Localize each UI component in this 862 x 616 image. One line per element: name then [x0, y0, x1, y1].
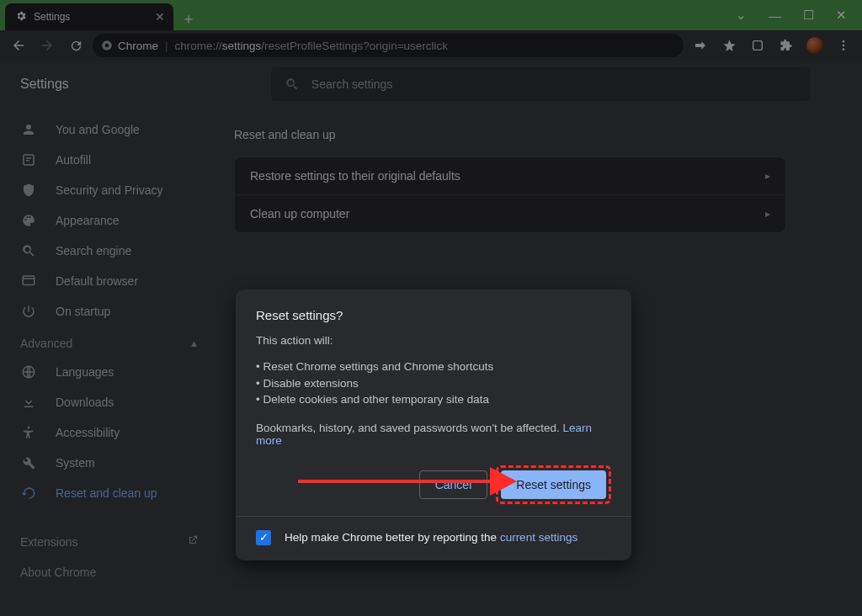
palette-icon	[20, 213, 37, 228]
sidebar-item-label: Search engine	[56, 244, 131, 258]
wrench-icon	[20, 455, 37, 470]
restore-icon	[20, 486, 37, 501]
svg-point-4	[843, 45, 845, 47]
reset-settings-button[interactable]: Reset settings	[501, 470, 606, 499]
svg-rect-7	[23, 276, 35, 285]
svg-point-3	[843, 40, 845, 43]
bookmark-star-icon[interactable]	[717, 34, 741, 57]
sidebar-item-label: Appearance	[56, 214, 120, 227]
clean-up-computer-row[interactable]: Clean up computer ▸	[235, 194, 785, 232]
window-titlebar: Settings ✕ ＋ ⌄ — ☐ ✕	[0, 0, 862, 30]
sidebar-item-label: Autofill	[56, 153, 91, 167]
sidebar-item-reset-cleanup[interactable]: Reset and clean up	[0, 478, 216, 508]
sidebar-item-label: You and Google	[56, 123, 140, 136]
chevron-up-icon: ▲	[189, 338, 199, 348]
sidebar-item-label: System	[56, 456, 95, 470]
sidebar-item-label: Reset and clean up	[56, 486, 157, 500]
sidebar-item-label: About Chrome	[20, 566, 96, 579]
svg-point-9	[28, 427, 30, 429]
open-external-icon	[187, 534, 199, 549]
dialog-bullet: • Reset Chrome settings and Chrome short…	[256, 358, 611, 375]
browser-tab[interactable]: Settings ✕	[5, 3, 173, 30]
sidebar-item-languages[interactable]: Languages	[0, 357, 216, 387]
sidebar-item-label: On startup	[56, 305, 110, 318]
power-icon	[20, 304, 37, 319]
row-label: Clean up computer	[250, 207, 349, 220]
sidebar-item-label: Extensions	[20, 535, 77, 549]
reset-settings-dialog: Reset settings? This action will: • Rese…	[236, 289, 631, 560]
dialog-title: Reset settings?	[256, 308, 611, 322]
download-icon	[20, 395, 37, 410]
consent-checkbox[interactable]: ✓	[256, 530, 271, 545]
shield-icon	[20, 183, 37, 198]
minimize-icon[interactable]: —	[769, 8, 781, 23]
annotation-highlight: Reset settings	[496, 465, 611, 504]
sidebar-item-search-engine[interactable]: Search engine	[0, 236, 216, 266]
share-icon[interactable]	[689, 34, 712, 57]
sidebar-extensions[interactable]: Extensions	[0, 526, 216, 557]
row-label: Restore settings to their original defau…	[250, 169, 460, 183]
close-tab-icon[interactable]: ✕	[155, 10, 165, 24]
sidebar-item-label: Downloads	[56, 396, 114, 409]
current-settings-link[interactable]: current settings	[500, 531, 577, 544]
sidebar-item-downloads[interactable]: Downloads	[0, 387, 216, 417]
sidebar-item-appearance[interactable]: Appearance	[0, 205, 216, 236]
consent-row: ✓ Help make Chrome better by reporting t…	[256, 517, 611, 545]
sidebar-item-accessibility[interactable]: Accessibility	[0, 417, 216, 448]
browser-toolbar: Chrome | chrome://settings/resetProfileS…	[0, 30, 862, 61]
close-window-icon[interactable]: ✕	[836, 8, 847, 23]
search-placeholder: Search settings	[311, 77, 393, 91]
svg-point-1	[105, 44, 109, 48]
gear-icon	[15, 10, 27, 24]
dialog-bullet-list: • Reset Chrome settings and Chrome short…	[256, 358, 611, 408]
chevron-right-icon: ▸	[765, 170, 770, 182]
globe-icon	[20, 364, 37, 380]
window-controls: ⌄ — ☐ ✕	[736, 8, 862, 23]
forward-button[interactable]	[35, 34, 59, 57]
sidebar-section-label: Advanced	[20, 337, 72, 350]
dialog-bullet: • Disable extensions	[256, 375, 611, 392]
dialog-bullet: • Delete cookies and other temporary sit…	[256, 391, 611, 408]
sidebar-about-chrome[interactable]: About Chrome	[0, 557, 216, 587]
chrome-menu-icon[interactable]	[832, 34, 855, 57]
search-settings-input[interactable]: Search settings	[271, 67, 810, 101]
restore-defaults-row[interactable]: Restore settings to their original defau…	[235, 157, 785, 194]
omnibox-scheme-label: Chrome	[118, 40, 158, 52]
sidebar-item-label: Accessibility	[56, 426, 120, 439]
back-button[interactable]	[7, 34, 30, 57]
sidebar-item-security-privacy[interactable]: Security and Privacy	[0, 175, 216, 205]
tabstrip: Settings ✕ ＋	[0, 0, 200, 30]
svg-point-5	[843, 48, 845, 50]
svg-rect-2	[753, 41, 763, 50]
sidebar-item-label: Default browser	[56, 274, 138, 288]
profile-avatar[interactable]	[803, 34, 827, 57]
sidebar-item-default-browser[interactable]: Default browser	[0, 266, 216, 296]
dialog-lead: This action will:	[256, 334, 611, 347]
new-tab-button[interactable]: ＋	[177, 7, 200, 30]
settings-header: Settings Search settings	[0, 61, 862, 108]
sidebar-advanced-toggle[interactable]: Advanced ▲	[0, 327, 216, 357]
site-info-chrome: Chrome	[101, 40, 158, 52]
settings-sidebar: You and Google Autofill Security and Pri…	[0, 108, 216, 616]
maximize-icon[interactable]: ☐	[803, 8, 814, 23]
search-icon	[20, 243, 37, 258]
reading-list-icon[interactable]	[746, 34, 769, 57]
sidebar-item-you-and-google[interactable]: You and Google	[0, 114, 216, 145]
extensions-icon[interactable]	[774, 34, 798, 57]
page-title: Settings	[20, 77, 69, 92]
reset-cleanup-card: Restore settings to their original defau…	[234, 157, 786, 233]
cancel-button[interactable]: Cancel	[419, 470, 488, 499]
sidebar-item-autofill[interactable]: Autofill	[0, 145, 216, 175]
chevron-right-icon: ▸	[765, 208, 770, 220]
chevron-down-icon[interactable]: ⌄	[736, 8, 747, 23]
sidebar-item-system[interactable]: System	[0, 448, 216, 478]
omnibox-url: chrome://settings/resetProfileSettings?o…	[175, 40, 449, 52]
sidebar-item-label: Languages	[56, 365, 114, 379]
address-bar[interactable]: Chrome | chrome://settings/resetProfileS…	[93, 34, 684, 57]
dialog-button-row: Cancel Reset settings	[256, 465, 611, 504]
tab-title: Settings	[34, 11, 70, 23]
section-title: Reset and clean up	[234, 128, 786, 141]
sidebar-item-on-startup[interactable]: On startup	[0, 296, 216, 327]
dialog-keep-text: Bookmarks, history, and saved passwords …	[256, 422, 611, 447]
reload-button[interactable]	[64, 34, 88, 57]
